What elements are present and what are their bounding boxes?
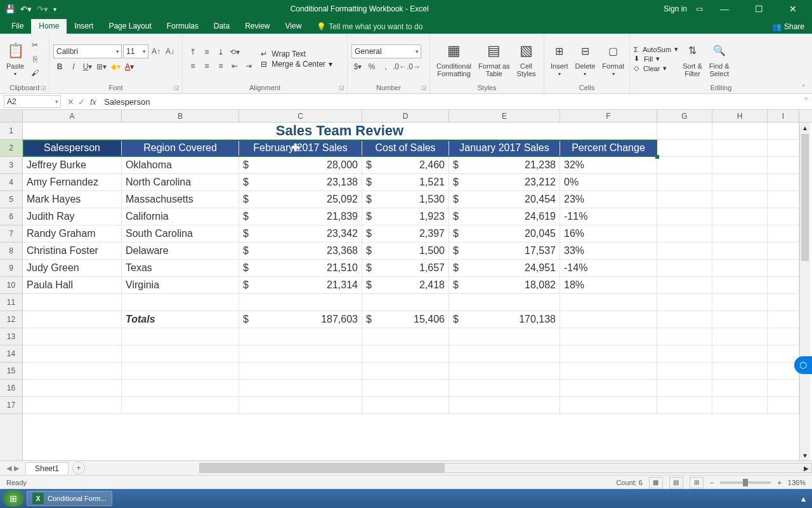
cell[interactable] (122, 294, 239, 311)
column-header-C[interactable]: C (239, 110, 362, 122)
cell[interactable]: 32% (560, 157, 657, 174)
close-button[interactable]: ✕ (780, 4, 806, 14)
cell[interactable] (122, 363, 239, 380)
cell[interactable] (657, 328, 712, 345)
align-bottom-button[interactable]: ⤓ (214, 46, 227, 58)
cell[interactable] (657, 208, 712, 225)
cell[interactable]: $21,238 (449, 157, 560, 174)
cell[interactable] (657, 243, 712, 260)
cell[interactable] (768, 208, 799, 225)
cell[interactable] (560, 345, 657, 363)
scroll-right-icon[interactable]: ▶ (801, 464, 811, 472)
sheet-nav-prev-icon[interactable]: ◀ (6, 464, 11, 472)
cell[interactable] (657, 191, 712, 208)
cell[interactable]: $1,657 (362, 260, 449, 277)
cell[interactable] (712, 397, 768, 414)
increase-indent-button[interactable]: ⇥ (242, 60, 255, 72)
cell[interactable] (657, 140, 712, 157)
maximize-button[interactable]: ☐ (746, 4, 771, 14)
tab-view[interactable]: View (278, 19, 310, 34)
start-button[interactable]: ⊞ (3, 490, 24, 507)
taskbar-excel-button[interactable]: X Conditional Form... (27, 491, 112, 506)
conditional-formatting-button[interactable]: ▦Conditional Formatting (434, 38, 474, 80)
row-header-5[interactable]: 5 (0, 191, 22, 208)
cell[interactable] (449, 397, 560, 414)
cell[interactable] (712, 277, 768, 294)
row-header-13[interactable]: 13 (0, 328, 22, 345)
cell[interactable] (712, 191, 768, 208)
cell[interactable]: Texas (122, 260, 239, 277)
font-size-combo[interactable]: 11 (123, 44, 148, 58)
zoom-slider[interactable] (720, 481, 771, 484)
tab-home[interactable]: Home (31, 19, 67, 34)
cell[interactable]: Virginia (122, 277, 239, 294)
name-box[interactable]: A2 (4, 95, 61, 108)
cell[interactable]: Mark Hayes (23, 191, 122, 208)
cell[interactable] (362, 328, 449, 345)
column-header-F[interactable]: F (560, 110, 657, 122)
clipboard-dialog-icon[interactable]: ◲ (41, 84, 46, 91)
undo-icon[interactable]: ↶▾ (20, 4, 32, 14)
vscroll-thumb[interactable] (801, 134, 809, 261)
tab-file[interactable]: File (4, 19, 31, 34)
formula-input[interactable]: Salesperson (100, 97, 801, 107)
header-cell[interactable]: February 2017 Sales (239, 140, 362, 157)
row-header-14[interactable]: 14 (0, 345, 22, 363)
page-layout-view-button[interactable]: ▤ (669, 477, 683, 488)
decrease-indent-button[interactable]: ⇤ (228, 60, 241, 72)
zoom-out-button[interactable]: − (710, 479, 714, 486)
cell[interactable]: $187,603 (239, 311, 362, 328)
cell[interactable] (560, 397, 657, 414)
cell[interactable] (657, 345, 712, 363)
cell[interactable] (768, 174, 799, 191)
cell[interactable] (449, 380, 560, 397)
cell[interactable]: $28,000 (239, 157, 362, 174)
cell[interactable]: -14% (560, 260, 657, 277)
cell[interactable]: North Carolina (122, 174, 239, 191)
sheet-nav-next-icon[interactable]: ▶ (14, 464, 19, 472)
cell[interactable]: Oklahoma (122, 157, 239, 174)
format-cells-button[interactable]: ▢Format▾ (599, 38, 627, 80)
cell[interactable] (449, 328, 560, 345)
cell[interactable] (712, 123, 768, 140)
cell[interactable] (712, 294, 768, 311)
cell[interactable]: $21,314 (239, 277, 362, 294)
align-top-button[interactable]: ⤒ (187, 46, 199, 58)
cell[interactable] (560, 311, 657, 328)
row-header-1[interactable]: 1 (0, 123, 22, 140)
worksheet-grid[interactable]: 1234567891011121314151617 Sales Team Rev… (0, 123, 812, 460)
cut-button[interactable]: ✂ (29, 39, 41, 51)
cell[interactable] (712, 311, 768, 328)
cell[interactable] (239, 380, 362, 397)
cell[interactable]: $15,406 (362, 311, 449, 328)
comma-format-button[interactable]: , (379, 60, 392, 73)
cell[interactable]: $18,082 (449, 277, 560, 294)
cell[interactable] (712, 328, 768, 345)
cell-styles-button[interactable]: ▧Cell Styles (514, 38, 539, 80)
cell[interactable]: South Carolina (122, 225, 239, 243)
cell[interactable]: $17,537 (449, 243, 560, 260)
cell[interactable] (768, 328, 799, 345)
cell[interactable] (23, 328, 122, 345)
cell[interactable] (122, 345, 239, 363)
column-header-H[interactable]: H (712, 110, 768, 122)
cell[interactable] (768, 380, 799, 397)
tab-review[interactable]: Review (237, 19, 277, 34)
cell[interactable]: Massachusetts (122, 191, 239, 208)
column-header-A[interactable]: A (23, 110, 122, 122)
header-cell[interactable]: Salesperson (23, 140, 122, 157)
header-cell[interactable]: Region Covered (122, 140, 239, 157)
share-button[interactable]: 👥Share (764, 22, 812, 34)
cell[interactable] (449, 363, 560, 380)
row-header-4[interactable]: 4 (0, 174, 22, 191)
select-all-corner[interactable] (0, 110, 23, 122)
cell[interactable] (449, 345, 560, 363)
increase-decimal-button[interactable]: .0← (393, 60, 406, 73)
cell[interactable] (362, 397, 449, 414)
cell[interactable] (362, 294, 449, 311)
cell[interactable]: $2,418 (362, 277, 449, 294)
cell[interactable] (657, 311, 712, 328)
cell[interactable]: Paula Hall (23, 277, 122, 294)
cell[interactable] (122, 397, 239, 414)
cell[interactable]: $21,839 (239, 208, 362, 225)
